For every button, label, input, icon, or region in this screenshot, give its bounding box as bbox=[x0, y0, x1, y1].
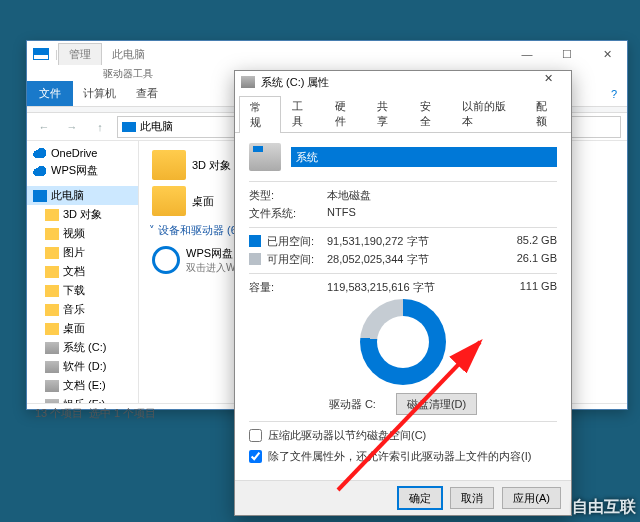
label: 文件系统: bbox=[249, 206, 327, 221]
drive-name-row bbox=[249, 143, 557, 171]
disk-cleanup-button[interactable]: 磁盘清理(D) bbox=[396, 393, 477, 415]
ok-button[interactable]: 确定 bbox=[398, 487, 442, 509]
forward-button[interactable]: → bbox=[61, 116, 83, 138]
folder-icon bbox=[45, 247, 59, 259]
tab-tools[interactable]: 工具 bbox=[281, 95, 323, 132]
label: 已用空间: bbox=[267, 235, 314, 247]
cancel-button[interactable]: 取消 bbox=[450, 487, 494, 509]
tab-previous[interactable]: 以前的版本 bbox=[451, 95, 524, 132]
cloud-icon bbox=[152, 246, 180, 274]
drive-action-row: 驱动器 C: 磁盘清理(D) bbox=[249, 393, 557, 415]
row-filesystem: 文件系统:NTFS bbox=[249, 206, 557, 221]
used-swatch-icon bbox=[249, 235, 261, 247]
dialog-footer: 确定 取消 应用(A) bbox=[235, 480, 571, 515]
folder-icon bbox=[45, 285, 59, 297]
folder-icon bbox=[45, 266, 59, 278]
divider bbox=[249, 227, 557, 228]
value: 本地磁盘 bbox=[327, 188, 557, 203]
tab-hardware[interactable]: 硬件 bbox=[324, 95, 366, 132]
pc-icon bbox=[122, 122, 136, 132]
divider bbox=[249, 181, 557, 182]
label: 容量: bbox=[249, 280, 327, 295]
tree-label: 3D 对象 bbox=[63, 207, 102, 222]
tree-item[interactable]: 图片 bbox=[27, 243, 138, 262]
item-sublabel: 双击进入W bbox=[186, 261, 235, 275]
tree-item[interactable]: 文档 bbox=[27, 262, 138, 281]
ribbon-view-tab[interactable]: 查看 bbox=[126, 81, 168, 106]
tree-drive-d[interactable]: 软件 (D:) bbox=[27, 357, 138, 376]
back-button[interactable]: ← bbox=[33, 116, 55, 138]
index-checkbox[interactable] bbox=[249, 450, 262, 463]
tab-quota[interactable]: 配额 bbox=[525, 95, 567, 132]
drive-icon bbox=[45, 342, 59, 354]
index-label: 除了文件属性外，还允许索引此驱动器上文件的内容(I) bbox=[268, 449, 531, 464]
pc-icon bbox=[33, 190, 47, 202]
tree-drive-e[interactable]: 文档 (E:) bbox=[27, 376, 138, 395]
tree-drive-c[interactable]: 系统 (C:) bbox=[27, 338, 138, 357]
row-type: 类型:本地磁盘 bbox=[249, 188, 557, 203]
index-checkbox-row: 除了文件属性外，还允许索引此驱动器上文件的内容(I) bbox=[249, 449, 557, 464]
titlebar-tab-manage[interactable]: 管理 bbox=[58, 43, 102, 65]
drive-letter-label: 驱动器 C: bbox=[329, 397, 376, 412]
tree-label: 桌面 bbox=[63, 321, 85, 336]
value-human: 26.1 GB bbox=[501, 252, 557, 267]
window-controls: — ☐ ✕ bbox=[507, 41, 627, 67]
address-text: 此电脑 bbox=[140, 119, 173, 134]
tree-wps[interactable]: WPS网盘 bbox=[27, 161, 138, 180]
tab-general[interactable]: 常规 bbox=[239, 96, 281, 133]
pc-icon bbox=[33, 48, 49, 60]
dialog-body: 类型:本地磁盘 文件系统:NTFS 已用空间:91,531,190,272 字节… bbox=[235, 133, 571, 480]
help-button[interactable]: ? bbox=[601, 88, 627, 100]
tree-item[interactable]: 视频 bbox=[27, 224, 138, 243]
row-used: 已用空间:91,531,190,272 字节85.2 GB bbox=[249, 234, 557, 249]
tree-item[interactable]: 3D 对象 bbox=[27, 205, 138, 224]
drive-icon bbox=[45, 361, 59, 373]
drive-name-input[interactable] bbox=[291, 147, 557, 167]
tab-sharing[interactable]: 共享 bbox=[366, 95, 408, 132]
tree-item[interactable]: 音乐 bbox=[27, 300, 138, 319]
compress-checkbox-row: 压缩此驱动器以节约磁盘空间(C) bbox=[249, 428, 557, 443]
row-capacity: 容量:119,583,215,616 字节111 GB bbox=[249, 280, 557, 295]
value: NTFS bbox=[327, 206, 557, 221]
label: 可用空间: bbox=[267, 253, 314, 265]
tab-security[interactable]: 安全 bbox=[409, 95, 451, 132]
maximize-button[interactable]: ☐ bbox=[547, 41, 587, 67]
close-button[interactable]: ✕ bbox=[587, 41, 627, 67]
minimize-button[interactable]: — bbox=[507, 41, 547, 67]
ribbon-computer-tab[interactable]: 计算机 bbox=[73, 81, 126, 106]
tree-label: 下载 bbox=[63, 283, 85, 298]
apply-button[interactable]: 应用(A) bbox=[502, 487, 561, 509]
status-selected: 选中 1 个项目 bbox=[89, 406, 156, 421]
value: 28,052,025,344 字节 bbox=[327, 252, 501, 267]
tree-label: 文档 (E:) bbox=[63, 378, 106, 393]
usage-chart bbox=[249, 299, 557, 385]
tree-item[interactable]: 下载 bbox=[27, 281, 138, 300]
heading-text: 设备和驱动器 (6) bbox=[158, 224, 241, 236]
divider bbox=[249, 421, 557, 422]
titlebar-context: 此电脑 bbox=[102, 44, 155, 65]
dialog-titlebar: 系统 (C:) 属性 ✕ bbox=[235, 71, 571, 93]
dialog-title: 系统 (C:) 属性 bbox=[261, 75, 329, 90]
row-free: 可用空间:28,052,025,344 字节26.1 GB bbox=[249, 252, 557, 267]
compress-label: 压缩此驱动器以节约磁盘空间(C) bbox=[268, 428, 426, 443]
cloud-icon bbox=[33, 165, 47, 177]
value: 91,531,190,272 字节 bbox=[327, 234, 501, 249]
tree-item[interactable]: 桌面 bbox=[27, 319, 138, 338]
up-button[interactable]: ↑ bbox=[89, 116, 111, 138]
tree-drive-f[interactable]: 娱乐 (F:) bbox=[27, 395, 138, 403]
tree-this-pc[interactable]: 此电脑 bbox=[27, 186, 138, 205]
value-human: 111 GB bbox=[501, 280, 557, 295]
tree-label: 图片 bbox=[63, 245, 85, 260]
donut-icon bbox=[360, 299, 446, 385]
folder-icon bbox=[45, 304, 59, 316]
drive-icon bbox=[45, 399, 59, 404]
nav-tree: OneDrive WPS网盘 此电脑 3D 对象 视频 图片 文档 下载 音乐 … bbox=[27, 141, 139, 403]
tree-onedrive[interactable]: OneDrive bbox=[27, 145, 138, 161]
dialog-close-button[interactable]: ✕ bbox=[531, 72, 565, 92]
tree-label: 软件 (D:) bbox=[63, 359, 106, 374]
ribbon-file-tab[interactable]: 文件 bbox=[27, 81, 73, 106]
drive-icon bbox=[45, 380, 59, 392]
folder-icon bbox=[152, 150, 186, 180]
value-human: 85.2 GB bbox=[501, 234, 557, 249]
compress-checkbox[interactable] bbox=[249, 429, 262, 442]
